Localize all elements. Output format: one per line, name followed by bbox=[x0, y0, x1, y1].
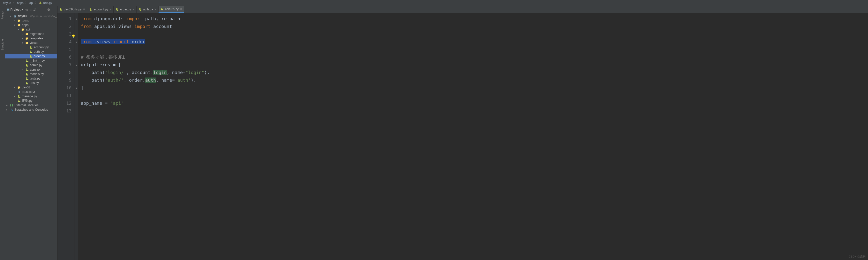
chevron-down-icon[interactable]: ▾ bbox=[10, 15, 12, 17]
tree-item[interactable]: 🐍admin.py bbox=[5, 63, 57, 67]
chevron-right-icon[interactable]: ▸ bbox=[6, 104, 9, 106]
chevron-right-icon[interactable]: ▸ bbox=[22, 37, 24, 40]
lightbulb-icon[interactable]: 💡 bbox=[71, 33, 75, 40]
editor-tab[interactable]: 🐍day03/urls.py✕ bbox=[58, 6, 87, 12]
line-number[interactable]: 11 bbox=[58, 92, 71, 99]
editor-tab[interactable]: 🐍order.py✕ bbox=[114, 6, 136, 12]
close-icon[interactable]: ✕ bbox=[132, 8, 134, 11]
line-number[interactable]: 1 bbox=[58, 15, 71, 23]
line-number[interactable]: 8 bbox=[58, 69, 71, 76]
tree-label: db.sqlite3 bbox=[22, 90, 35, 94]
tree-root[interactable]: ▾ ▣ day03 ~/PycharmProjects/5x_ bbox=[5, 14, 57, 18]
tab-label: order.py bbox=[120, 8, 131, 11]
tree-item[interactable]: ▸📁migrations bbox=[5, 32, 57, 36]
tree-item[interactable]: 🐍order.py bbox=[5, 54, 57, 59]
fold-toggle-icon[interactable]: ⊖ bbox=[76, 38, 77, 45]
tree-item[interactable]: ▾📁views bbox=[5, 41, 57, 45]
tree-item[interactable]: 🐍urls.py bbox=[5, 81, 57, 85]
tree-item[interactable]: 🐍account.py bbox=[5, 45, 57, 50]
chevron-down-icon[interactable]: ▾ bbox=[22, 42, 24, 44]
editor-tab[interactable]: 🐍auth.py✕ bbox=[137, 6, 159, 12]
expand-all-icon[interactable]: ≡ bbox=[30, 8, 32, 12]
tree-label: account.py bbox=[34, 45, 49, 49]
tree-item[interactable]: ▾📁apps bbox=[5, 23, 57, 27]
tree-item[interactable]: ▸🐍apps.py bbox=[5, 67, 57, 72]
tree-item[interactable]: 🐍__init__.py bbox=[5, 59, 57, 63]
chevron-down-icon[interactable]: ▾ bbox=[14, 24, 17, 26]
tree-item[interactable]: 🐍正则.py bbox=[5, 99, 57, 103]
chevron-right-icon: 〉 bbox=[24, 1, 29, 5]
python-file-icon: 🐍 bbox=[25, 64, 29, 67]
tree-item[interactable]: ▾📁api bbox=[5, 27, 57, 32]
structure-tool-tab[interactable]: Structure bbox=[1, 39, 4, 50]
tree-label: auth.py bbox=[34, 50, 44, 54]
breadcrumb-item[interactable]: day03 bbox=[2, 1, 12, 5]
close-icon[interactable]: ✕ bbox=[180, 8, 182, 10]
fold-toggle-icon[interactable]: ⊟ bbox=[76, 84, 77, 92]
python-file-icon: 🐍 bbox=[89, 8, 92, 11]
scratches-consoles[interactable]: ▸ ✎ Scratches and Consoles bbox=[5, 107, 57, 112]
code-content[interactable]: from django.urls import path, re_path fr… bbox=[78, 13, 868, 260]
editor-tab[interactable]: 🐍account.py✕ bbox=[87, 6, 114, 12]
project-icon: ▤ bbox=[7, 8, 9, 11]
tree-item[interactable]: ▸📁.venv bbox=[5, 18, 57, 23]
python-file-icon: 🐍 bbox=[25, 59, 29, 62]
external-libraries[interactable]: ▸ ⫿⫿ External Libraries bbox=[5, 103, 57, 107]
project-panel-title[interactable]: Project bbox=[10, 8, 21, 11]
line-number[interactable]: 13 bbox=[58, 107, 71, 115]
editor-tabs: 🐍day03/urls.py✕🐍account.py✕🐍order.py✕🐍au… bbox=[58, 6, 868, 13]
close-icon[interactable]: ✕ bbox=[83, 8, 85, 11]
tree-item[interactable]: 🐍tests.py bbox=[5, 76, 57, 81]
breadcrumb: day03 〉 apps 〉 api 〉 🐍 urls.py bbox=[0, 0, 868, 6]
folder-icon: 📁 bbox=[25, 41, 29, 44]
project-tool-tab[interactable]: Project bbox=[1, 11, 4, 19]
target-icon[interactable]: ⊕ bbox=[25, 8, 28, 12]
chevron-right-icon[interactable]: ▸ bbox=[22, 33, 24, 35]
tree-item[interactable]: 🛢db.sqlite3 bbox=[5, 90, 57, 94]
close-icon[interactable]: ✕ bbox=[154, 8, 156, 11]
tree-item[interactable]: 🐍auth.py bbox=[5, 50, 57, 54]
chevron-right-icon[interactable]: ▸ bbox=[6, 108, 9, 111]
line-number[interactable]: 6 bbox=[58, 53, 71, 61]
folder-icon: 📁 bbox=[21, 28, 25, 31]
line-number[interactable]: 3 bbox=[58, 30, 71, 38]
line-number[interactable]: 9 bbox=[58, 76, 71, 84]
libraries-icon: ⫿⫿ bbox=[10, 103, 13, 107]
python-file-icon: 🐍 bbox=[25, 68, 29, 71]
breadcrumb-item[interactable]: apps bbox=[17, 1, 24, 5]
line-number[interactable]: 2 bbox=[58, 23, 71, 30]
project-panel: ▤ Project ▼ ⊕ ≡ ⇵ ⚙ — ▾ ▣ day03 ~/Pychar… bbox=[5, 6, 58, 260]
fold-toggle-icon[interactable]: ⊖ bbox=[76, 15, 77, 23]
dropdown-icon[interactable]: ▼ bbox=[22, 8, 24, 11]
chevron-down-icon[interactable]: ▾ bbox=[18, 28, 20, 31]
tree-item[interactable]: ▸🐍manage.py bbox=[5, 94, 57, 99]
tree-label: manage.py bbox=[22, 95, 37, 98]
line-number[interactable]: 7 bbox=[58, 61, 71, 69]
python-file-icon: 🐍 bbox=[29, 51, 33, 53]
tree-item[interactable]: ▸📁day03 bbox=[5, 85, 57, 90]
python-file-icon: 🐍 bbox=[39, 1, 42, 4]
close-icon[interactable]: ✕ bbox=[110, 8, 112, 11]
project-tree[interactable]: ▾ ▣ day03 ~/PycharmProjects/5x_ ▸📁.venv▾… bbox=[5, 13, 57, 260]
editor-tab[interactable]: 🐍api/urls.py✕ bbox=[159, 6, 184, 12]
line-number[interactable]: 12 bbox=[58, 99, 71, 107]
breadcrumb-item[interactable]: api bbox=[29, 1, 34, 5]
hide-icon[interactable]: — bbox=[52, 8, 55, 12]
fold-column[interactable]: ⊖⊖⊖⊟ bbox=[75, 13, 78, 260]
chevron-right-icon[interactable]: ▸ bbox=[14, 19, 17, 22]
breadcrumb-item[interactable]: urls.py bbox=[43, 1, 53, 5]
tree-item[interactable]: ▸📁templates bbox=[5, 36, 57, 41]
line-number[interactable]: 4 bbox=[58, 38, 71, 45]
tree-item[interactable]: 🐍models.py bbox=[5, 72, 57, 76]
fold-toggle-icon[interactable]: ⊖ bbox=[76, 61, 77, 69]
gear-icon[interactable]: ⚙ bbox=[47, 8, 50, 12]
tree-label: __init__.py bbox=[30, 59, 44, 62]
line-number[interactable]: 10 bbox=[58, 84, 71, 92]
editor-gutter[interactable]: 💡 12345678910111213 bbox=[58, 13, 75, 260]
line-number[interactable]: 5 bbox=[58, 45, 71, 53]
chevron-right-icon[interactable]: ▸ bbox=[14, 95, 17, 98]
chevron-right-icon[interactable]: ▸ bbox=[22, 68, 24, 71]
collapse-all-icon[interactable]: ⇵ bbox=[33, 8, 36, 12]
editor-body[interactable]: 💡 12345678910111213 ⊖⊖⊖⊟ from django.url… bbox=[58, 13, 868, 260]
chevron-right-icon[interactable]: ▸ bbox=[14, 86, 17, 89]
